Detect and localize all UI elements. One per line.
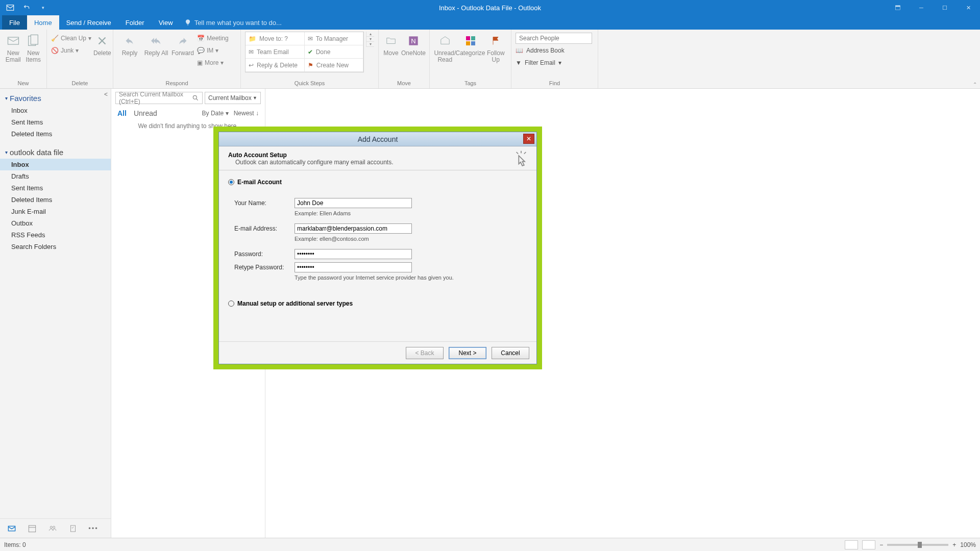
folder-inbox[interactable]: Inbox — [0, 159, 111, 170]
label-password: Password: — [234, 251, 290, 258]
search-people-input[interactable] — [516, 33, 592, 44]
folder-drafts[interactable]: Drafts — [0, 170, 111, 182]
input-password[interactable] — [295, 249, 412, 259]
collapse-ribbon-icon[interactable]: ⌃ — [973, 82, 977, 87]
hint-password: Type the password your Internet service … — [295, 274, 527, 281]
zoom-out-button[interactable]: − — [879, 541, 883, 548]
input-your-name[interactable] — [295, 198, 412, 208]
categorize-icon — [462, 33, 479, 49]
tab-home[interactable]: Home — [27, 15, 59, 30]
quick-steps-scroll[interactable]: ▴▾▾ — [366, 32, 374, 47]
tell-me-search[interactable]: Tell me what you want to do... — [184, 15, 282, 30]
follow-up-button[interactable]: Follow Up — [485, 32, 507, 63]
onenote-button[interactable]: NOneNote — [401, 32, 426, 57]
cancel-button[interactable]: Cancel — [492, 347, 529, 359]
close-window-button[interactable]: ✕ — [957, 0, 980, 15]
tasks-view-icon[interactable] — [67, 523, 79, 534]
mail-view-icon[interactable] — [6, 523, 17, 534]
tab-send-receive[interactable]: Send / Receive — [59, 15, 118, 30]
sort-by-date[interactable]: By Date ▾ — [202, 110, 229, 117]
group-move-label: Move — [383, 80, 425, 87]
radio-email-account[interactable]: E-mail Account — [228, 179, 527, 186]
qs-to-manager[interactable]: ✉To Manager — [305, 32, 364, 45]
group-new-label: New — [4, 80, 42, 87]
unread-read-button[interactable]: Unread/ Read — [434, 32, 456, 63]
qs-create-new[interactable]: ⚑Create New — [305, 59, 364, 72]
svg-point-16 — [53, 526, 55, 528]
tab-file[interactable]: File — [2, 15, 27, 30]
new-email-icon — [5, 33, 21, 49]
more-respond-button[interactable]: ▣More ▾ — [197, 57, 229, 68]
maximize-button[interactable]: ☐ — [933, 0, 957, 15]
chevron-down-icon: ▾ — [5, 95, 8, 101]
team-email-icon: ✉ — [249, 48, 254, 56]
nav-collapse-icon[interactable]: < — [104, 91, 108, 98]
search-icon — [192, 94, 199, 102]
qs-move-to[interactable]: 📁Move to: ? — [246, 32, 305, 45]
dialog-highlight-box: Add Account ✕ Auto Account Setup Outlook… — [213, 127, 542, 369]
junk-button[interactable]: 🚫Junk ▾ — [51, 45, 91, 56]
folder-sent-items[interactable]: Sent Items — [0, 182, 111, 194]
categorize-button[interactable]: Categorize — [458, 32, 483, 57]
folder-junk[interactable]: Junk E-mail — [0, 206, 111, 217]
folder-outbox[interactable]: Outbox — [0, 217, 111, 229]
folder-search-folders[interactable]: Search Folders — [0, 241, 111, 253]
next-button[interactable]: Next > — [449, 347, 486, 359]
meeting-button[interactable]: 📅Meeting — [197, 33, 229, 44]
calendar-view-icon[interactable] — [27, 523, 38, 534]
undo-icon[interactable] — [20, 2, 33, 14]
search-mailbox-input[interactable]: Search Current Mailbox (Ctrl+E) — [115, 92, 203, 104]
reply-all-button[interactable]: Reply All — [144, 32, 168, 57]
qs-done[interactable]: ✔Done — [305, 45, 364, 59]
filter-all[interactable]: All — [117, 109, 127, 117]
im-button[interactable]: 💬IM ▾ — [197, 45, 229, 56]
view-reading-button[interactable] — [862, 540, 875, 549]
fav-inbox[interactable]: Inbox — [0, 105, 111, 116]
tab-folder[interactable]: Folder — [118, 15, 152, 30]
favorites-header[interactable]: ▾Favorites — [0, 92, 111, 105]
fav-deleted-items[interactable]: Deleted Items — [0, 128, 111, 140]
input-retype-password[interactable] — [295, 262, 412, 272]
meeting-icon: 📅 — [197, 35, 205, 42]
view-normal-button[interactable] — [845, 540, 858, 549]
new-items-button[interactable]: New Items — [24, 32, 43, 63]
qs-team-email[interactable]: ✉Team Email — [246, 45, 305, 59]
qat-customize-icon[interactable]: ▾ — [37, 2, 49, 14]
folder-deleted-items[interactable]: Deleted Items — [0, 194, 111, 206]
reply-icon — [121, 33, 138, 49]
group-find-label: Find — [516, 80, 594, 87]
group-delete-label: Delete — [51, 80, 109, 87]
filter-email-button[interactable]: ▼Filter Email ▾ — [516, 57, 592, 68]
ribbon-display-options-icon[interactable] — [886, 0, 910, 15]
input-email[interactable] — [295, 223, 412, 234]
folder-rss[interactable]: RSS Feeds — [0, 229, 111, 241]
people-view-icon[interactable] — [47, 523, 58, 534]
filter-unread[interactable]: Unread — [134, 109, 157, 117]
cursor-click-icon — [514, 151, 528, 168]
reply-button[interactable]: Reply — [117, 32, 142, 57]
minimize-button[interactable]: ─ — [910, 0, 933, 15]
zoom-in-button[interactable]: + — [952, 541, 956, 548]
app-icon — [4, 2, 16, 14]
datafile-header[interactable]: ▾outlook data file — [0, 146, 111, 159]
zoom-slider[interactable] — [887, 544, 948, 546]
quick-steps-gallery[interactable]: 📁Move to: ? ✉To Manager ✉Team Email ✔Don… — [245, 32, 364, 72]
search-scope-dropdown[interactable]: Current Mailbox▼ — [205, 92, 261, 104]
forward-button[interactable]: Forward — [170, 32, 195, 57]
back-button[interactable]: < Back — [406, 347, 444, 359]
sort-newest[interactable]: Newest ↓ — [234, 110, 259, 117]
cleanup-button[interactable]: 🧹Clean Up ▾ — [51, 33, 91, 44]
address-book-button[interactable]: 📖Address Book — [516, 45, 592, 56]
qs-reply-delete[interactable]: ↩Reply & Delete — [246, 59, 305, 72]
move-button[interactable]: Move — [383, 32, 399, 57]
folder-move-icon: 📁 — [249, 35, 256, 42]
nav-more-icon[interactable]: ••• — [88, 523, 99, 534]
new-email-button[interactable]: New Email — [4, 32, 22, 63]
svg-rect-10 — [466, 41, 470, 45]
tab-view[interactable]: View — [152, 15, 180, 30]
check-icon: ✔ — [308, 48, 313, 56]
dialog-close-button[interactable]: ✕ — [523, 134, 534, 144]
delete-button[interactable]: Delete — [93, 32, 111, 57]
fav-sent-items[interactable]: Sent Items — [0, 116, 111, 128]
radio-manual-setup[interactable]: Manual setup or additional server types — [228, 300, 527, 307]
